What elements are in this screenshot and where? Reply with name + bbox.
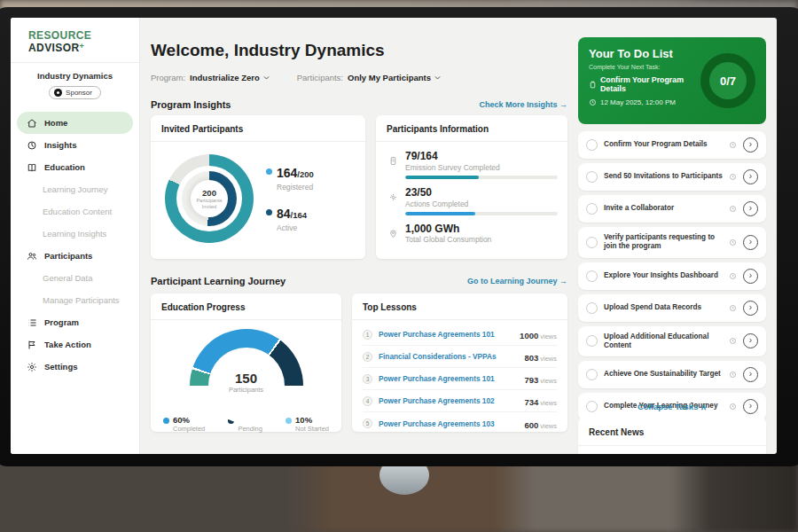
lesson-link[interactable]: Power Purchase Agreements 101: [379, 330, 513, 339]
check-more-insights-link[interactable]: Check More Insights →: [479, 100, 567, 109]
sponsor-badge[interactable]: Sponsor: [49, 86, 101, 99]
sidebar-item-label: Settings: [44, 362, 77, 372]
task-row[interactable]: Confirm Your Program Details ›: [578, 131, 766, 159]
task-checkbox[interactable]: [586, 270, 598, 282]
card-title: Invited Participants: [151, 115, 365, 142]
page-title: Welcome, Industry Dynamics: [151, 41, 385, 60]
task-go-button[interactable]: ›: [743, 201, 758, 216]
recent-news-title: Recent News: [578, 417, 766, 446]
sidebar-item-education-content[interactable]: Education Content: [11, 200, 139, 223]
legend-label: Not Started: [295, 425, 329, 433]
task-go-button[interactable]: ›: [743, 301, 758, 316]
lesson-link[interactable]: Power Purchase Agreements 101: [379, 374, 518, 383]
task-checkbox[interactable]: [586, 335, 598, 347]
task-checkbox[interactable]: [586, 302, 598, 314]
task-checkbox[interactable]: [586, 171, 598, 183]
recent-news-card: Recent News: [578, 417, 766, 454]
program-select-value: Industrialize Zero: [190, 73, 260, 82]
task-label: Upload Spend Data Records: [604, 303, 723, 312]
org-name: Industry Dynamics: [11, 71, 139, 81]
clock-icon: [729, 141, 737, 149]
stat-row-consumption: 1,000 GWh Total Global Consumption: [388, 223, 555, 248]
legend-pct: 10%: [295, 416, 329, 425]
collapse-tasks-link[interactable]: Collapse Tasks ∧: [578, 402, 766, 411]
task-go-button[interactable]: ›: [743, 269, 758, 284]
views-suffix: views: [540, 399, 557, 407]
task-checkbox[interactable]: [586, 237, 598, 248]
sidebar-item-settings[interactable]: Settings: [11, 356, 139, 378]
sidebar-item-general-data[interactable]: General Data: [11, 267, 139, 289]
task-go-button[interactable]: ›: [743, 235, 758, 250]
logo-primary: RESOURCE: [28, 29, 91, 42]
invited-participants-card: Invited Participants 200 Participants In…: [151, 115, 365, 259]
task-row[interactable]: Invite a Collaborator ›: [578, 195, 766, 223]
sidebar-item-learning-insights[interactable]: Learning Insights: [11, 223, 139, 245]
stat-label: Actions Completed: [405, 200, 558, 208]
todo-next-task[interactable]: Confirm Your Program Details: [589, 75, 693, 93]
lesson-link[interactable]: Power Purchase Agreements 102: [379, 396, 518, 405]
task-label: Explore Your Insights Dashboard: [604, 271, 723, 280]
top-lessons-card: Top Lessons 1 Power Purchase Agreements …: [352, 293, 567, 432]
task-go-button[interactable]: ›: [743, 137, 758, 153]
card-title: Top Lessons: [352, 293, 567, 320]
todo-title: Your To Do List: [589, 47, 693, 60]
sidebar-item-program[interactable]: Program: [11, 311, 139, 333]
task-label: Invite a Collaborator: [604, 204, 723, 213]
sidebar-item-insights[interactable]: Insights: [11, 134, 139, 156]
task-label: Achieve One Sustainability Target: [604, 370, 723, 379]
chevron-up-icon: ∧: [700, 402, 707, 411]
todo-task-list: Confirm Your Program Details › Send 50 I…: [578, 131, 766, 420]
participants-filter: Participants: Only My Participants: [297, 73, 442, 82]
program-select[interactable]: Industrialize Zero: [190, 73, 270, 82]
task-row[interactable]: Upload Spend Data Records ›: [578, 294, 766, 322]
sidebar-item-take-action[interactable]: Take Action: [11, 333, 139, 356]
lesson-link[interactable]: Financial Considerations - VPPAs: [379, 352, 518, 361]
lesson-link[interactable]: Power Purchase Agreements 103: [379, 419, 518, 428]
rank-badge: 1: [363, 330, 372, 340]
sidebar-item-education[interactable]: Education: [11, 156, 139, 178]
legend-value: 84: [277, 207, 291, 221]
program-insights-header: Program Insights Check More Insights →: [151, 99, 567, 110]
clock-icon: [589, 98, 597, 106]
todo-due-label: 12 May 2025, 12:00 PM: [600, 98, 676, 106]
sidebar-item-participants[interactable]: Participants: [11, 245, 139, 267]
task-go-button[interactable]: ›: [743, 333, 758, 348]
task-checkbox[interactable]: [586, 369, 598, 380]
participants-information-card: Participants Information 79/164 Emission…: [376, 115, 567, 259]
sidebar-item-home[interactable]: Home: [17, 112, 133, 134]
progress-fill: [405, 176, 479, 179]
todo-summary-card: Your To Do List Complete Your Next Task:…: [578, 37, 766, 124]
legend-dot: [286, 418, 292, 424]
task-row[interactable]: Verify participants requesting to join t…: [578, 227, 766, 258]
task-row[interactable]: Achieve One Sustainability Target ›: [578, 361, 766, 388]
legend-label: Completed: [173, 425, 205, 433]
chevron-down-icon: [434, 74, 442, 82]
arrow-right-icon: →: [559, 277, 567, 286]
stat-value: 1,000 GWh: [405, 223, 491, 236]
go-to-learning-journey-link[interactable]: Go to Learning Journey →: [467, 277, 567, 286]
task-go-button[interactable]: ›: [743, 367, 758, 382]
task-checkbox[interactable]: [586, 139, 598, 151]
sidebar-item-learning-journey[interactable]: Learning Journey: [11, 178, 139, 200]
sidebar-item-manage-participants[interactable]: Manage Participants: [11, 289, 139, 311]
education-progress-gauge: 150 Participants: [151, 329, 341, 405]
survey-icon: [388, 156, 398, 166]
clock-icon: [729, 371, 737, 379]
participants-select[interactable]: Only My Participants: [348, 73, 442, 82]
program-filter: Program: Industrialize Zero: [151, 73, 270, 82]
task-checkbox[interactable]: [586, 203, 598, 215]
sidebar-item-label: Learning Journey: [43, 184, 107, 194]
sidebar-item-label: Insights: [44, 140, 76, 150]
gauge-center: 150 Participants: [208, 348, 285, 424]
legend-value: 164: [277, 166, 297, 180]
task-row[interactable]: Upload Additional Educational Content ›: [578, 326, 766, 357]
task-row[interactable]: Send 50 Invitations to Participants ›: [578, 163, 766, 191]
sidebar-item-label: Education Content: [43, 207, 112, 216]
program-filter-label: Program:: [151, 73, 185, 82]
task-row[interactable]: Explore Your Insights Dashboard ›: [578, 262, 766, 290]
stat-label: Emission Survey Completed: [405, 163, 558, 172]
actions-icon: [388, 192, 398, 202]
task-go-button[interactable]: ›: [743, 169, 758, 184]
legend-total: /200: [297, 169, 314, 179]
lesson-row: 2 Financial Considerations - VPPAs 803vi…: [363, 346, 557, 368]
